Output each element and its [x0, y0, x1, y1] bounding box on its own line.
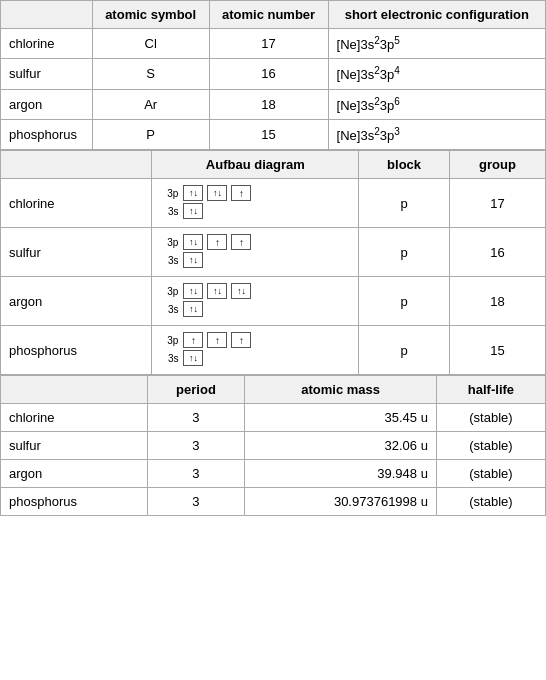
orbital-3p-row: 3p↑↓↑↓↑ [160, 185, 350, 201]
electronic-config: [Ne]3s23p6 [328, 89, 545, 119]
atomic-number: 17 [209, 29, 328, 59]
table-electronic-config: atomic symbol atomic number short electr… [0, 0, 546, 150]
orbital-box: ↑↓ [183, 185, 203, 201]
period: 3 [147, 432, 245, 460]
atomic-mass: 39.948 u [245, 460, 436, 488]
atomic-symbol: Cl [92, 29, 209, 59]
orbital-box: ↑↓ [207, 185, 227, 201]
orbital-label-3s: 3s [160, 255, 178, 266]
table-row: chlorine335.45 u(stable) [1, 404, 546, 432]
col-header-name [1, 1, 93, 29]
atomic-number: 16 [209, 59, 328, 89]
table-row: argonAr18[Ne]3s23p6 [1, 89, 546, 119]
aufbau-diagram: 3p↑↓↑↓↑3s↑↓ [152, 179, 359, 228]
col-header-group: group [450, 151, 546, 179]
orbital-label-3p: 3p [160, 335, 178, 346]
table-row: phosphorus330.973761998 u(stable) [1, 488, 546, 516]
col-header-name2 [1, 151, 152, 179]
orbital-box: ↑↓ [207, 283, 227, 299]
block: p [359, 326, 450, 375]
element-name: argon [1, 460, 148, 488]
orbital-box: ↑↓ [183, 252, 203, 268]
col-header-period: period [147, 376, 245, 404]
orbital-box: ↑↓ [231, 283, 251, 299]
atomic-mass: 35.45 u [245, 404, 436, 432]
element-name: chlorine [1, 404, 148, 432]
col-header-name3 [1, 376, 148, 404]
table-period-mass: period atomic mass half-life chlorine335… [0, 375, 546, 516]
orbital-box: ↑↓ [183, 283, 203, 299]
group: 18 [450, 277, 546, 326]
group: 16 [450, 228, 546, 277]
table-row: argon3p↑↓↑↓↑↓3s↑↓p18 [1, 277, 546, 326]
orbital-3s-row: 3s↑↓ [160, 350, 350, 366]
table-row: sulfurS16[Ne]3s23p4 [1, 59, 546, 89]
element-name: phosphorus [1, 326, 152, 375]
block: p [359, 277, 450, 326]
table-row: sulfur3p↑↓↑↑3s↑↓p16 [1, 228, 546, 277]
half-life: (stable) [436, 404, 545, 432]
table-aufbau: Aufbau diagram block group chlorine3p↑↓↑… [0, 150, 546, 375]
half-life: (stable) [436, 432, 545, 460]
orbital-box: ↑↓ [183, 301, 203, 317]
orbital-box: ↑ [231, 185, 251, 201]
orbital-3s-row: 3s↑↓ [160, 252, 350, 268]
orbital-3p-row: 3p↑↑↑ [160, 332, 350, 348]
period: 3 [147, 404, 245, 432]
col-header-number: atomic number [209, 1, 328, 29]
orbital-label-3s: 3s [160, 206, 178, 217]
col-header-halflife: half-life [436, 376, 545, 404]
aufbau-diagram: 3p↑↓↑↓↑↓3s↑↓ [152, 277, 359, 326]
aufbau-diagram: 3p↑↑↑3s↑↓ [152, 326, 359, 375]
period: 3 [147, 488, 245, 516]
orbital-3p-row: 3p↑↓↑↑ [160, 234, 350, 250]
atomic-symbol: P [92, 119, 209, 149]
orbital-box: ↑↓ [183, 203, 203, 219]
orbital-label-3s: 3s [160, 304, 178, 315]
group: 15 [450, 326, 546, 375]
table-row: phosphorus3p↑↑↑3s↑↓p15 [1, 326, 546, 375]
half-life: (stable) [436, 488, 545, 516]
orbital-label-3p: 3p [160, 188, 178, 199]
orbital-box: ↑ [207, 332, 227, 348]
period: 3 [147, 460, 245, 488]
half-life: (stable) [436, 460, 545, 488]
element-name: phosphorus [1, 488, 148, 516]
orbital-box: ↑ [231, 332, 251, 348]
col-header-aufbau: Aufbau diagram [152, 151, 359, 179]
electronic-config: [Ne]3s23p4 [328, 59, 545, 89]
block: p [359, 228, 450, 277]
orbital-box: ↑↓ [183, 350, 203, 366]
col-header-symbol: atomic symbol [92, 1, 209, 29]
table-row: chlorine3p↑↓↑↓↑3s↑↓p17 [1, 179, 546, 228]
element-name: argon [1, 277, 152, 326]
table-row: argon339.948 u(stable) [1, 460, 546, 488]
col-header-block: block [359, 151, 450, 179]
orbital-box: ↑↓ [183, 234, 203, 250]
col-header-config: short electronic configuration [328, 1, 545, 29]
atomic-mass: 32.06 u [245, 432, 436, 460]
element-name: argon [1, 89, 93, 119]
element-name: sulfur [1, 432, 148, 460]
atomic-number: 15 [209, 119, 328, 149]
aufbau-diagram: 3p↑↓↑↑3s↑↓ [152, 228, 359, 277]
group: 17 [450, 179, 546, 228]
element-name: sulfur [1, 59, 93, 89]
orbital-label-3p: 3p [160, 237, 178, 248]
orbital-3s-row: 3s↑↓ [160, 301, 350, 317]
element-name: chlorine [1, 179, 152, 228]
table-row: phosphorusP15[Ne]3s23p3 [1, 119, 546, 149]
table-row: chlorineCl17[Ne]3s23p5 [1, 29, 546, 59]
atomic-mass: 30.973761998 u [245, 488, 436, 516]
element-name: phosphorus [1, 119, 93, 149]
orbital-box: ↑ [231, 234, 251, 250]
atomic-symbol: S [92, 59, 209, 89]
element-name: sulfur [1, 228, 152, 277]
orbital-3s-row: 3s↑↓ [160, 203, 350, 219]
table-row: sulfur332.06 u(stable) [1, 432, 546, 460]
element-name: chlorine [1, 29, 93, 59]
orbital-box: ↑ [183, 332, 203, 348]
block: p [359, 179, 450, 228]
atomic-symbol: Ar [92, 89, 209, 119]
orbital-label-3s: 3s [160, 353, 178, 364]
